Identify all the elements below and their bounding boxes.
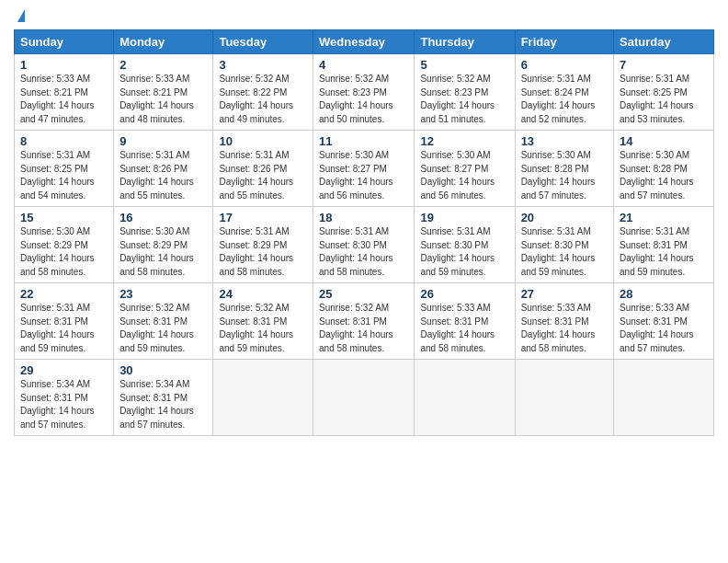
col-header-monday: Monday [114,30,213,54]
day-number: 5 [420,58,508,72]
day-info: Sunrise: 5:31 AMSunset: 8:31 PMDaylight:… [20,302,108,355]
day-number: 29 [20,363,108,377]
day-info: Sunrise: 5:31 AMSunset: 8:25 PMDaylight:… [620,73,708,126]
week-row-2: 8Sunrise: 5:31 AMSunset: 8:25 PMDaylight… [15,131,714,207]
day-info: Sunrise: 5:33 AMSunset: 8:21 PMDaylight:… [119,73,207,126]
day-number: 20 [521,211,608,224]
logo [14,9,25,24]
calendar-cell: 29Sunrise: 5:34 AMSunset: 8:31 PMDayligh… [15,360,114,436]
calendar-cell [313,360,415,436]
day-number: 28 [620,287,708,301]
col-header-wednesday: Wednesday [313,30,415,54]
day-number: 18 [319,211,408,224]
day-number: 4 [319,58,408,72]
calendar-cell: 30Sunrise: 5:34 AMSunset: 8:31 PMDayligh… [114,360,213,436]
day-info: Sunrise: 5:32 AMSunset: 8:31 PMDaylight:… [319,302,408,355]
calendar-cell: 23Sunrise: 5:32 AMSunset: 8:31 PMDayligh… [114,283,213,360]
calendar-cell: 10Sunrise: 5:31 AMSunset: 8:26 PMDayligh… [213,131,313,207]
day-number: 16 [119,211,207,224]
day-number: 9 [119,134,207,148]
calendar-cell: 17Sunrise: 5:31 AMSunset: 8:29 PMDayligh… [213,207,313,283]
calendar-cell: 19Sunrise: 5:31 AMSunset: 8:30 PMDayligh… [415,207,515,283]
day-info: Sunrise: 5:30 AMSunset: 8:29 PMDaylight:… [119,225,207,279]
day-info: Sunrise: 5:34 AMSunset: 8:31 PMDaylight:… [119,378,207,431]
calendar-cell: 11Sunrise: 5:30 AMSunset: 8:27 PMDayligh… [313,131,415,207]
day-info: Sunrise: 5:30 AMSunset: 8:27 PMDaylight:… [319,149,408,202]
week-row-5: 29Sunrise: 5:34 AMSunset: 8:31 PMDayligh… [15,360,714,436]
week-row-4: 22Sunrise: 5:31 AMSunset: 8:31 PMDayligh… [15,283,714,360]
day-number: 23 [119,287,207,301]
day-info: Sunrise: 5:31 AMSunset: 8:24 PMDaylight:… [521,73,608,126]
week-row-1: 1Sunrise: 5:33 AMSunset: 8:21 PMDaylight… [15,54,714,131]
calendar-cell: 9Sunrise: 5:31 AMSunset: 8:26 PMDaylight… [114,131,213,207]
day-number: 3 [219,58,307,72]
day-info: Sunrise: 5:33 AMSunset: 8:31 PMDaylight:… [620,302,708,355]
day-number: 8 [20,134,108,148]
day-number: 25 [319,287,408,301]
calendar-cell [515,360,613,436]
calendar-cell [614,360,714,436]
day-info: Sunrise: 5:31 AMSunset: 8:29 PMDaylight:… [219,225,307,279]
day-info: Sunrise: 5:31 AMSunset: 8:30 PMDaylight:… [521,225,608,279]
day-info: Sunrise: 5:31 AMSunset: 8:26 PMDaylight:… [119,149,207,202]
day-number: 1 [20,58,108,72]
day-number: 30 [119,363,207,377]
calendar-cell: 22Sunrise: 5:31 AMSunset: 8:31 PMDayligh… [15,283,114,360]
day-number: 2 [119,58,207,72]
day-info: Sunrise: 5:31 AMSunset: 8:26 PMDaylight:… [219,149,307,202]
calendar-cell: 25Sunrise: 5:32 AMSunset: 8:31 PMDayligh… [313,283,415,360]
day-number: 21 [620,211,708,224]
col-header-tuesday: Tuesday [213,30,313,54]
day-info: Sunrise: 5:32 AMSunset: 8:22 PMDaylight:… [219,73,307,126]
day-info: Sunrise: 5:33 AMSunset: 8:21 PMDaylight:… [20,73,108,126]
day-number: 19 [420,211,508,224]
day-number: 27 [521,287,608,301]
day-info: Sunrise: 5:30 AMSunset: 8:27 PMDaylight:… [420,149,508,202]
header [14,9,714,24]
calendar-cell: 20Sunrise: 5:31 AMSunset: 8:30 PMDayligh… [515,207,613,283]
day-number: 7 [620,58,708,72]
calendar-cell: 5Sunrise: 5:32 AMSunset: 8:23 PMDaylight… [415,54,515,131]
day-number: 22 [20,287,108,301]
logo-triangle-icon [17,9,25,22]
day-info: Sunrise: 5:30 AMSunset: 8:29 PMDaylight:… [20,225,108,279]
col-header-saturday: Saturday [614,30,714,54]
calendar-cell: 6Sunrise: 5:31 AMSunset: 8:24 PMDaylight… [515,54,613,131]
calendar-cell: 7Sunrise: 5:31 AMSunset: 8:25 PMDaylight… [614,54,714,131]
col-header-thursday: Thursday [415,30,515,54]
day-info: Sunrise: 5:32 AMSunset: 8:23 PMDaylight:… [319,73,408,126]
day-number: 26 [420,287,508,301]
day-info: Sunrise: 5:31 AMSunset: 8:30 PMDaylight:… [420,225,508,279]
calendar-cell: 28Sunrise: 5:33 AMSunset: 8:31 PMDayligh… [614,283,714,360]
day-number: 11 [319,134,408,148]
calendar-cell: 27Sunrise: 5:33 AMSunset: 8:31 PMDayligh… [515,283,613,360]
calendar-cell: 16Sunrise: 5:30 AMSunset: 8:29 PMDayligh… [114,207,213,283]
day-info: Sunrise: 5:31 AMSunset: 8:31 PMDaylight:… [620,225,708,279]
calendar-cell [415,360,515,436]
day-number: 10 [219,134,307,148]
calendar-cell: 21Sunrise: 5:31 AMSunset: 8:31 PMDayligh… [614,207,714,283]
calendar: SundayMondayTuesdayWednesdayThursdayFrid… [14,29,714,436]
calendar-cell: 26Sunrise: 5:33 AMSunset: 8:31 PMDayligh… [415,283,515,360]
calendar-cell: 12Sunrise: 5:30 AMSunset: 8:27 PMDayligh… [415,131,515,207]
day-info: Sunrise: 5:31 AMSunset: 8:25 PMDaylight:… [20,149,108,202]
calendar-cell: 15Sunrise: 5:30 AMSunset: 8:29 PMDayligh… [15,207,114,283]
day-info: Sunrise: 5:33 AMSunset: 8:31 PMDaylight:… [521,302,608,355]
col-header-friday: Friday [515,30,613,54]
day-number: 6 [521,58,608,72]
calendar-header-row: SundayMondayTuesdayWednesdayThursdayFrid… [15,30,714,54]
day-info: Sunrise: 5:34 AMSunset: 8:31 PMDaylight:… [20,378,108,431]
day-info: Sunrise: 5:32 AMSunset: 8:31 PMDaylight:… [119,302,207,355]
calendar-cell: 14Sunrise: 5:30 AMSunset: 8:28 PMDayligh… [614,131,714,207]
day-info: Sunrise: 5:30 AMSunset: 8:28 PMDaylight:… [620,149,708,202]
day-info: Sunrise: 5:32 AMSunset: 8:31 PMDaylight:… [219,302,307,355]
day-info: Sunrise: 5:30 AMSunset: 8:28 PMDaylight:… [521,149,608,202]
calendar-cell: 24Sunrise: 5:32 AMSunset: 8:31 PMDayligh… [213,283,313,360]
day-number: 13 [521,134,608,148]
calendar-cell: 1Sunrise: 5:33 AMSunset: 8:21 PMDaylight… [15,54,114,131]
day-number: 17 [219,211,307,224]
week-row-3: 15Sunrise: 5:30 AMSunset: 8:29 PMDayligh… [15,207,714,283]
day-number: 12 [420,134,508,148]
day-number: 24 [219,287,307,301]
calendar-cell [213,360,313,436]
